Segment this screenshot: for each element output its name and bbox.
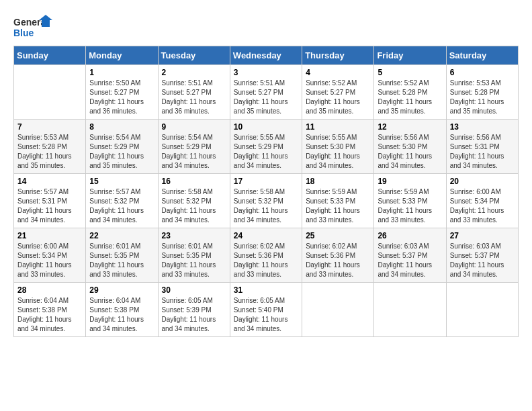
day-number: 4 <box>306 68 370 77</box>
calendar-cell: 31Sunrise: 6:05 AMSunset: 5:40 PMDayligh… <box>230 283 302 337</box>
calendar-cell: 21Sunrise: 6:00 AMSunset: 5:34 PMDayligh… <box>14 228 86 283</box>
day-info: Sunrise: 5:58 AMSunset: 5:32 PMDaylight:… <box>234 187 298 225</box>
day-number: 19 <box>378 177 442 186</box>
day-number: 31 <box>234 285 298 295</box>
day-info: Sunrise: 6:03 AMSunset: 5:37 PMDaylight:… <box>450 242 515 279</box>
logo: GeneralBlue <box>13 13 54 40</box>
day-info: Sunrise: 5:51 AMSunset: 5:27 PMDaylight:… <box>234 79 298 116</box>
calendar-cell: 28Sunrise: 6:04 AMSunset: 5:38 PMDayligh… <box>14 283 86 337</box>
day-info: Sunrise: 5:50 AMSunset: 5:27 PMDaylight:… <box>89 79 154 116</box>
day-info: Sunrise: 6:05 AMSunset: 5:40 PMDaylight:… <box>234 296 298 334</box>
calendar-cell: 10Sunrise: 5:55 AMSunset: 5:29 PMDayligh… <box>230 120 302 174</box>
day-number: 29 <box>89 285 154 295</box>
calendar-row: 1Sunrise: 5:50 AMSunset: 5:27 PMDaylight… <box>14 65 519 120</box>
calendar-cell: 20Sunrise: 6:00 AMSunset: 5:34 PMDayligh… <box>446 174 518 228</box>
day-number: 10 <box>234 122 298 132</box>
day-number: 30 <box>162 285 226 295</box>
calendar-cell <box>446 283 518 337</box>
calendar-cell <box>374 283 446 337</box>
day-info: Sunrise: 5:55 AMSunset: 5:29 PMDaylight:… <box>234 133 298 171</box>
page-container: GeneralBlue SundayMondayTuesdayWednesday… <box>13 13 519 337</box>
calendar-cell: 22Sunrise: 6:01 AMSunset: 5:35 PMDayligh… <box>86 228 158 283</box>
day-info: Sunrise: 6:04 AMSunset: 5:38 PMDaylight:… <box>89 296 154 334</box>
day-number: 1 <box>89 68 154 77</box>
day-info: Sunrise: 6:03 AMSunset: 5:37 PMDaylight:… <box>378 242 442 279</box>
day-number: 11 <box>306 122 370 132</box>
day-info: Sunrise: 6:01 AMSunset: 5:35 PMDaylight:… <box>89 242 154 279</box>
calendar-cell: 9Sunrise: 5:54 AMSunset: 5:29 PMDaylight… <box>158 120 230 174</box>
day-info: Sunrise: 6:01 AMSunset: 5:35 PMDaylight:… <box>162 242 226 279</box>
day-number: 3 <box>234 68 298 77</box>
day-number: 13 <box>450 122 515 132</box>
header-day: Sunday <box>14 46 86 65</box>
calendar-cell: 4Sunrise: 5:52 AMSunset: 5:27 PMDaylight… <box>302 65 374 120</box>
calendar-cell: 7Sunrise: 5:53 AMSunset: 5:28 PMDaylight… <box>14 120 86 174</box>
day-info: Sunrise: 5:55 AMSunset: 5:30 PMDaylight:… <box>306 133 370 171</box>
calendar-cell: 12Sunrise: 5:56 AMSunset: 5:30 PMDayligh… <box>374 120 446 174</box>
day-info: Sunrise: 6:00 AMSunset: 5:34 PMDaylight:… <box>450 187 515 225</box>
calendar-cell: 29Sunrise: 6:04 AMSunset: 5:38 PMDayligh… <box>86 283 158 337</box>
calendar-row: 14Sunrise: 5:57 AMSunset: 5:31 PMDayligh… <box>14 174 519 228</box>
calendar-row: 28Sunrise: 6:04 AMSunset: 5:38 PMDayligh… <box>14 283 519 337</box>
calendar-cell: 15Sunrise: 5:57 AMSunset: 5:32 PMDayligh… <box>86 174 158 228</box>
day-number: 16 <box>162 177 226 186</box>
day-info: Sunrise: 5:52 AMSunset: 5:28 PMDaylight:… <box>378 79 442 116</box>
calendar-cell: 30Sunrise: 6:05 AMSunset: 5:39 PMDayligh… <box>158 283 230 337</box>
day-number: 17 <box>234 177 298 186</box>
day-info: Sunrise: 6:00 AMSunset: 5:34 PMDaylight:… <box>17 242 82 279</box>
day-info: Sunrise: 5:53 AMSunset: 5:28 PMDaylight:… <box>17 133 82 171</box>
day-number: 7 <box>17 122 82 132</box>
day-number: 26 <box>378 231 442 240</box>
calendar-cell: 26Sunrise: 6:03 AMSunset: 5:37 PMDayligh… <box>374 228 446 283</box>
calendar-cell: 2Sunrise: 5:51 AMSunset: 5:27 PMDaylight… <box>158 65 230 120</box>
calendar-cell: 25Sunrise: 6:02 AMSunset: 5:36 PMDayligh… <box>302 228 374 283</box>
day-number: 25 <box>306 231 370 240</box>
day-number: 21 <box>17 231 82 240</box>
day-number: 12 <box>378 122 442 132</box>
day-number: 2 <box>162 68 226 77</box>
header-day: Wednesday <box>230 46 302 65</box>
day-info: Sunrise: 5:59 AMSunset: 5:33 PMDaylight:… <box>306 187 370 225</box>
day-info: Sunrise: 5:53 AMSunset: 5:28 PMDaylight:… <box>450 79 515 116</box>
day-info: Sunrise: 5:57 AMSunset: 5:32 PMDaylight:… <box>89 187 154 225</box>
day-number: 18 <box>306 177 370 186</box>
day-info: Sunrise: 5:56 AMSunset: 5:31 PMDaylight:… <box>450 133 515 171</box>
calendar-cell <box>14 65 86 120</box>
day-number: 23 <box>162 231 226 240</box>
day-number: 9 <box>162 122 226 132</box>
calendar-cell: 16Sunrise: 5:58 AMSunset: 5:32 PMDayligh… <box>158 174 230 228</box>
day-number: 27 <box>450 231 515 240</box>
header-day: Tuesday <box>158 46 230 65</box>
calendar-cell: 11Sunrise: 5:55 AMSunset: 5:30 PMDayligh… <box>302 120 374 174</box>
day-number: 6 <box>450 68 515 77</box>
day-info: Sunrise: 5:51 AMSunset: 5:27 PMDaylight:… <box>162 79 226 116</box>
calendar-cell: 24Sunrise: 6:02 AMSunset: 5:36 PMDayligh… <box>230 228 302 283</box>
header-day: Monday <box>86 46 158 65</box>
calendar-cell: 27Sunrise: 6:03 AMSunset: 5:37 PMDayligh… <box>446 228 518 283</box>
calendar-cell: 19Sunrise: 5:59 AMSunset: 5:33 PMDayligh… <box>374 174 446 228</box>
header-day: Thursday <box>302 46 374 65</box>
calendar-cell: 23Sunrise: 6:01 AMSunset: 5:35 PMDayligh… <box>158 228 230 283</box>
day-info: Sunrise: 5:54 AMSunset: 5:29 PMDaylight:… <box>89 133 154 171</box>
day-number: 15 <box>89 177 154 186</box>
calendar-cell: 1Sunrise: 5:50 AMSunset: 5:27 PMDaylight… <box>86 65 158 120</box>
day-number: 14 <box>17 177 82 186</box>
day-info: Sunrise: 5:54 AMSunset: 5:29 PMDaylight:… <box>162 133 226 171</box>
calendar-row: 21Sunrise: 6:00 AMSunset: 5:34 PMDayligh… <box>14 228 519 283</box>
day-number: 8 <box>89 122 154 132</box>
calendar-row: 7Sunrise: 5:53 AMSunset: 5:28 PMDaylight… <box>14 120 519 174</box>
day-number: 28 <box>17 285 82 295</box>
calendar-cell <box>302 283 374 337</box>
day-number: 20 <box>450 177 515 186</box>
header-day: Friday <box>374 46 446 65</box>
day-info: Sunrise: 6:05 AMSunset: 5:39 PMDaylight:… <box>162 296 226 334</box>
day-info: Sunrise: 5:59 AMSunset: 5:33 PMDaylight:… <box>378 187 442 225</box>
day-info: Sunrise: 6:02 AMSunset: 5:36 PMDaylight:… <box>234 242 298 279</box>
calendar-table: SundayMondayTuesdayWednesdayThursdayFrid… <box>13 46 519 337</box>
day-info: Sunrise: 6:02 AMSunset: 5:36 PMDaylight:… <box>306 242 370 279</box>
day-number: 5 <box>378 68 442 77</box>
day-info: Sunrise: 6:04 AMSunset: 5:38 PMDaylight:… <box>17 296 82 334</box>
day-info: Sunrise: 5:56 AMSunset: 5:30 PMDaylight:… <box>378 133 442 171</box>
svg-text:Blue: Blue <box>13 28 34 38</box>
day-info: Sunrise: 5:52 AMSunset: 5:27 PMDaylight:… <box>306 79 370 116</box>
